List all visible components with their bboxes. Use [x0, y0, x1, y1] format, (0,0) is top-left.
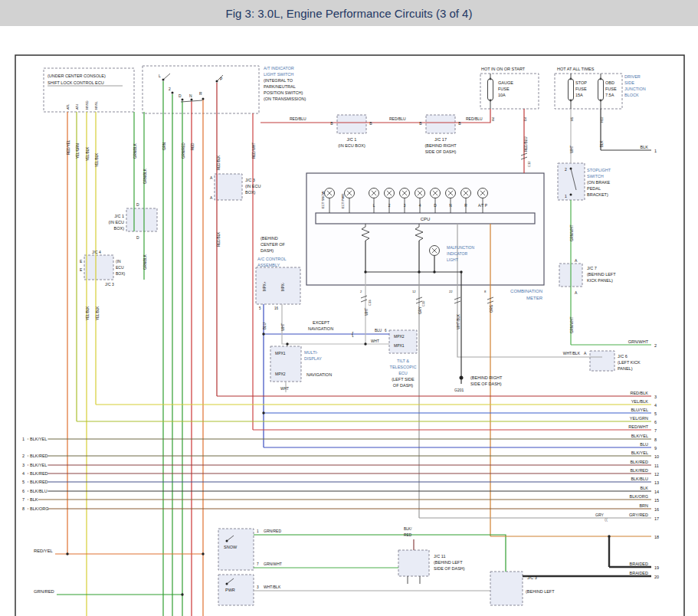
diagram-label: ASSEMBLY [257, 263, 280, 267]
wire-label-vertical: WHT/BLK [457, 314, 460, 329]
diagram-label: (IN [116, 259, 121, 264]
jc3-bottom-box [490, 572, 523, 605]
wire-label-vertical: YEL/BLK [96, 306, 100, 320]
diagram-label: GAUGE [498, 80, 513, 85]
wire-label-vertical: YEL/BLK [95, 153, 99, 167]
diagram-label: TELESCOPIC [390, 365, 417, 369]
wire-label-vertical: YEL/BLK [86, 147, 90, 161]
diagram-label: A [584, 351, 587, 356]
fuse-terminal [600, 78, 602, 80]
diagram-label: (UNDER CENTER CONSOLE) [48, 74, 106, 78]
junction-dot [460, 376, 464, 380]
junction-dot [418, 270, 420, 273]
diagram-label: NAVIGATION [308, 326, 333, 331]
diagram-label: (INTEGRAL TO [264, 78, 293, 83]
diagram-label: (BEHIND RIGHT [424, 143, 457, 148]
right-pin-label: BLU/YEL [631, 408, 648, 412]
diagram-label: BOX) [116, 271, 126, 276]
diagram-label: 4 [419, 204, 421, 208]
diagram-label: WHT [371, 339, 379, 343]
wire-label-vertical: NSSL [94, 100, 98, 110]
left-pin-label: BLK/RED [30, 480, 48, 484]
diagram-label: J/C 6 [618, 354, 628, 359]
diagram-label: 1 [565, 194, 567, 198]
diagram-label: GRN/RED [34, 589, 54, 594]
diagram-label: WHT/BLK [264, 585, 281, 589]
diagram-label: EXCEPT [313, 320, 330, 325]
diagram-label: 12 [412, 290, 416, 293]
left-pin-label: BLK/RED [30, 454, 48, 458]
jc17-box [426, 115, 455, 133]
diagram-label: (( [605, 517, 608, 522]
diagram-label: 7 [257, 562, 259, 566]
junction-dot [66, 552, 68, 555]
junction-dot [191, 99, 193, 101]
junction-dot [262, 411, 264, 414]
diagram-label: R [199, 91, 202, 96]
right-pin-number: 10 [654, 454, 659, 459]
right-pin-label: BLK [641, 486, 649, 490]
diagram-label: B [330, 121, 333, 126]
wire-label-vertical: ECT PWR [341, 194, 345, 208]
diagram-label: WHT/BLK [563, 351, 581, 356]
jc6-box [590, 351, 614, 371]
diagram-label: 10A [498, 93, 506, 97]
wire-label-vertical: WHT [281, 323, 285, 331]
left-pin-number: 3 [22, 463, 25, 467]
diagram-label: 2 [360, 290, 362, 293]
diagram-label: J/C 4 [92, 250, 101, 254]
right-pin-number: 6 [654, 420, 657, 424]
diagram-label: BLU [375, 329, 382, 333]
diagram-label: 2 [565, 167, 567, 172]
junction-dot [172, 92, 174, 94]
junction-dot [182, 99, 184, 101]
wire-label-vertical: C12 [527, 161, 531, 167]
wire-gnr [254, 535, 506, 572]
diagram-label: J/C 1 [347, 137, 357, 142]
right-pin-label: BLK/RED [630, 468, 648, 473]
diagram-label: D [434, 204, 437, 208]
diagram-label: B [419, 121, 422, 126]
diagram-label: NAVIGATION [306, 372, 332, 377]
junction-dot [202, 552, 204, 555]
wire-label-vertical: GRN/WHT [570, 316, 574, 333]
diagram-label: MALFUNCTION [447, 245, 475, 250]
wire-k [361, 296, 367, 298]
diagram-label: SNOW [224, 545, 238, 549]
diagram-label: J/C 11 [434, 554, 446, 559]
diagram-label: POSITION SWITCH) [264, 90, 303, 95]
wire-label-vertical: RED/WHT [252, 143, 256, 159]
diagram-label: 16 [274, 306, 279, 310]
right-pin-number: 8 [654, 437, 657, 442]
jc4-box [84, 255, 113, 280]
diagram-label: RED/BLU [290, 116, 306, 121]
diagram-label: SWITCH [587, 174, 604, 179]
diagram-label: KICK PANEL) [587, 278, 613, 283]
junction-dot [570, 168, 572, 170]
diagram-label: (BEHIND LEFT [587, 272, 616, 277]
right-pin-label: RED/BLK [630, 391, 648, 395]
right-pin-number: 18 [654, 535, 659, 539]
diagram-label: GRN/WHT [264, 562, 282, 566]
fuse-icon [569, 79, 574, 100]
diagram-label: 3 [404, 204, 406, 208]
diagram-label: J/C 3 [245, 178, 255, 182]
jc1-ecu-box [337, 115, 366, 133]
left-pin-number: 1 [22, 437, 25, 441]
diagram-label: PANEL) [618, 366, 633, 371]
fuse-terminal [490, 78, 492, 80]
diagram-label: RED/BLU [389, 116, 406, 121]
right-pin-label: BRAIDED [630, 562, 648, 566]
wire-k [163, 74, 170, 80]
diagram-label: 6 [385, 329, 387, 333]
junction-dot [216, 80, 218, 83]
junction-dot [202, 98, 205, 100]
diagram-label: MPX2 [275, 372, 286, 376]
right-pin-label: BLK/YEL [631, 434, 648, 438]
diagram-label: BLOCK [624, 93, 639, 97]
diagram-label: BLK/ [404, 527, 412, 531]
wire-label-vertical: GRY [418, 306, 422, 314]
diagram-label: 1 [257, 529, 259, 533]
wire-label-vertical: GRN/BLK [143, 254, 147, 270]
right-pin-number: 17 [654, 516, 659, 521]
